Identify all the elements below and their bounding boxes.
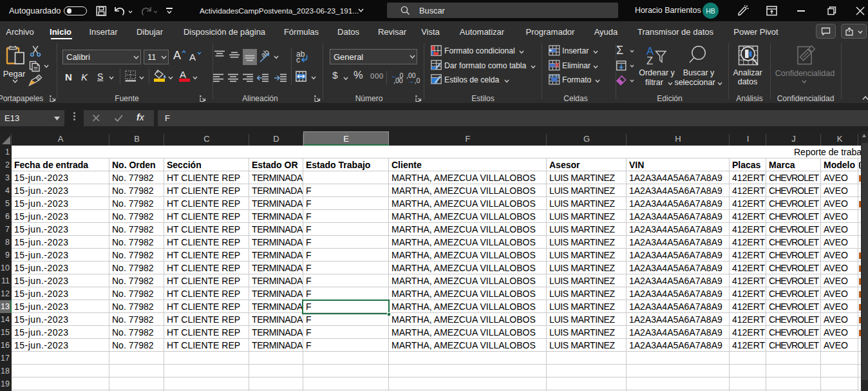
svg-text:Z: Z [646,55,653,66]
